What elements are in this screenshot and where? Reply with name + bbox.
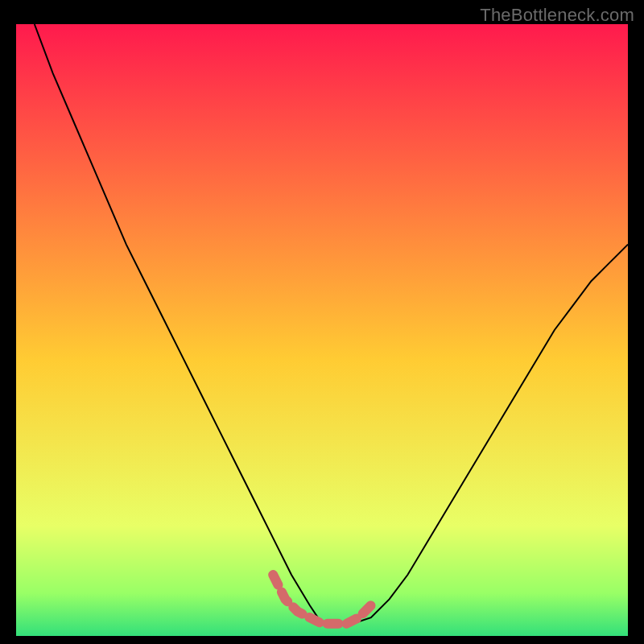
bottleneck-chart <box>16 24 628 636</box>
chart-frame: TheBottleneck.com <box>0 0 644 644</box>
watermark-text: TheBottleneck.com <box>480 5 634 26</box>
gradient-background <box>16 24 628 636</box>
